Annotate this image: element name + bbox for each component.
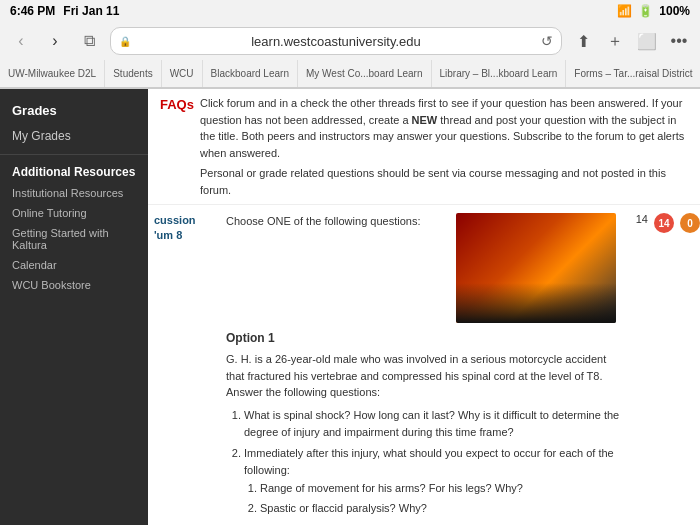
url-text: learn.westcoastuniversity.edu — [135, 34, 537, 49]
question-1: What is spinal shock? How long can it la… — [244, 407, 624, 442]
sidebar-my-grades[interactable]: My Grades — [0, 124, 148, 148]
tab-forms[interactable]: Forms – Tar...raisal District — [566, 60, 700, 87]
sidebar-online-tutoring[interactable]: Online Tutoring — [0, 203, 148, 223]
tab-uwmilwaukee[interactable]: UW-Milwaukee D2L — [0, 60, 105, 87]
secondary-badge: 0 — [680, 213, 700, 233]
discussion-instruction: Choose ONE of the following questions: — [226, 213, 440, 230]
tab-blackboard[interactable]: Blackboard Learn — [203, 60, 298, 87]
share-button[interactable]: ⬆ — [570, 28, 596, 54]
sidebar-bookstore[interactable]: WCU Bookstore — [0, 275, 148, 295]
faq-note: Personal or grade related questions shou… — [200, 165, 688, 198]
main-layout: Grades My Grades Additional Resources In… — [0, 89, 700, 525]
back-button[interactable]: ‹ — [8, 28, 34, 54]
reload-button[interactable]: ↺ — [541, 33, 553, 49]
option1-scenario: G. H. is a 26-year-old male who was invo… — [226, 351, 624, 401]
discussion-item: cussion 'um 8 Choose ONE of the followin… — [148, 205, 700, 525]
tab-library[interactable]: Library – Bl...kboard Learn — [432, 60, 567, 87]
sidebar-additional-resources: Additional Resources — [0, 154, 148, 183]
faq-section: FAQs Click forum and in a check the othe… — [148, 89, 700, 205]
option1-questions: What is spinal shock? How long can it la… — [226, 407, 624, 526]
address-bar[interactable]: 🔒 learn.westcoastuniversity.edu ↺ — [110, 27, 562, 55]
discussion-meta: 14 14 0 — [636, 213, 700, 525]
battery-percent: 100% — [659, 4, 690, 18]
lock-icon: 🔒 — [119, 36, 131, 47]
faq-text: Click forum and in a check the other thr… — [200, 97, 684, 159]
discussion-image — [456, 213, 616, 323]
unread-badge: 14 — [654, 213, 674, 233]
menu-button[interactable]: ••• — [666, 28, 692, 54]
tabs-button[interactable]: ⬜ — [634, 28, 660, 54]
wifi-icon: 📶 — [617, 4, 632, 18]
tab-wcu[interactable]: WCU — [162, 60, 203, 87]
sidebar-grades[interactable]: Grades — [0, 97, 148, 124]
discussion-content: Choose ONE of the following questions: O… — [220, 213, 630, 525]
subq-2-1: Range of movement for his arms? For his … — [260, 480, 624, 498]
sidebar: Grades My Grades Additional Resources In… — [0, 89, 148, 525]
option1-title: Option 1 — [226, 329, 624, 347]
tab-mywest[interactable]: My West Co...board Learn — [298, 60, 432, 87]
forward-button[interactable]: › — [42, 28, 68, 54]
faq-title: FAQs — [160, 95, 194, 115]
content-area: FAQs Click forum and in a check the othe… — [148, 89, 700, 525]
bookmark-button[interactable]: ⧉ — [76, 28, 102, 54]
sidebar-getting-started[interactable]: Getting Started with Kaltura — [0, 223, 148, 255]
browser-chrome: ‹ › ⧉ 🔒 learn.westcoastuniversity.edu ↺ … — [0, 22, 700, 89]
points-value: 14 — [636, 213, 648, 225]
discussion-label-line1: cussion — [154, 213, 214, 228]
discussion-label: cussion 'um 8 — [148, 213, 220, 525]
status-time: 6:46 PM — [10, 4, 55, 18]
battery-icon: 🔋 — [638, 4, 653, 18]
subq-2-3: Bowel and/or bladder dysfunction? Why or… — [260, 521, 624, 525]
sidebar-calendar[interactable]: Calendar — [0, 255, 148, 275]
sidebar-institutional[interactable]: Institutional Resources — [0, 183, 148, 203]
question-2: Immediately after this injury, what shou… — [244, 445, 624, 525]
status-bar: 6:46 PM Fri Jan 11 📶 🔋 100% — [0, 0, 700, 22]
tab-students[interactable]: Students — [105, 60, 161, 87]
tabs-row: UW-Milwaukee D2L Students WCU Blackboard… — [0, 60, 700, 88]
status-day: Fri Jan 11 — [63, 4, 119, 18]
new-tab-button[interactable]: ＋ — [602, 28, 628, 54]
discussion-label-line2: 'um 8 — [154, 228, 214, 243]
subq-2-2: Spastic or flaccid paralysis? Why? — [260, 500, 624, 518]
